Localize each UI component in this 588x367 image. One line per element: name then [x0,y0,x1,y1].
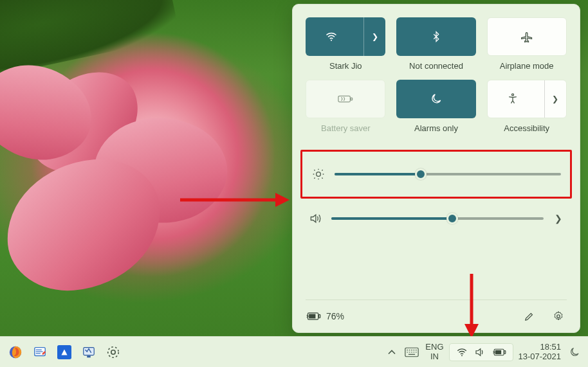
brightness-slider[interactable] [335,168,561,181]
moon-icon [430,93,443,105]
panel-footer: 76% [306,300,567,325]
svg-point-15 [108,346,119,357]
airplane-mode-tile[interactable] [487,17,567,56]
taskbar-app-firefox[interactable] [5,342,26,363]
edit-quick-settings-button[interactable] [520,308,537,325]
taskbar-app-settings[interactable] [103,342,124,363]
svg-point-17 [461,355,463,356]
taskbar-app-notes[interactable] [30,342,50,363]
quick-settings-tiles: ❯ Stark Jio Not connected Airplane mode [306,17,567,133]
battery-icon [492,348,506,357]
volume-icon [308,212,322,225]
tray-overflow-button[interactable] [385,342,398,363]
accessibility-tile[interactable]: ❯ [487,80,567,118]
bluetooth-tile[interactable] [396,17,476,56]
wifi-icon [325,30,338,43]
open-settings-button[interactable] [550,308,567,325]
svg-point-14 [111,350,115,354]
chevron-right-icon: ❯ [552,94,558,103]
svg-point-0 [331,40,332,41]
volume-output-button[interactable]: ❯ [553,213,564,224]
clock-date: 13-07-2021 [519,352,562,362]
bluetooth-tile-label: Not connected [409,61,463,71]
svg-rect-19 [504,350,505,354]
svg-rect-6 [319,314,320,318]
svg-rect-13 [87,355,91,357]
annotation-arrow-vertical [468,274,475,338]
tray-clock-button[interactable]: 18:51 13-07-2021 [519,343,562,362]
brightness-highlight-box [300,150,572,199]
battery-saver-tile-label: Battery saver [321,123,371,133]
wallpaper-petal [1,154,167,296]
wifi-tile[interactable]: ❯ [306,17,385,56]
taskbar-app-blue[interactable] [54,342,75,363]
wifi-tile-label: Stark Jio [329,61,362,71]
brightness-icon [311,168,326,181]
svg-rect-2 [351,98,353,100]
system-tray: ENG IN 18:51 13-07-2021 [385,342,583,363]
focus-assist-tile[interactable] [396,80,476,118]
tray-language-button[interactable]: ENG IN [425,343,443,362]
battery-saver-tile [306,80,385,118]
chevron-right-icon: ❯ [372,32,378,41]
volume-slider[interactable] [331,212,544,225]
language-line2: IN [425,352,443,362]
language-line1: ENG [425,343,443,352]
tray-focus-assist-icon[interactable] [566,346,583,358]
airplane-tile-label: Airplane mode [500,61,554,71]
svg-point-3 [511,94,513,96]
quick-settings-panel: ❯ Stark Jio Not connected Airplane mode [292,4,580,333]
tray-ime-button[interactable] [403,342,420,363]
pencil-icon [524,311,535,322]
wifi-icon [456,346,468,358]
battery-charging-icon [306,311,321,321]
sliders-section: ❯ [306,148,567,232]
gear-icon [553,310,564,322]
volume-icon [474,346,486,358]
accessibility-tile-label: Accessibility [504,123,549,133]
battery-status[interactable]: 76% [306,311,344,321]
tray-quick-settings-button[interactable] [449,343,513,361]
svg-point-8 [557,315,560,318]
annotation-arrow-horizontal [180,197,289,203]
wifi-expand-button[interactable]: ❯ [363,17,385,56]
bluetooth-icon [430,30,442,44]
svg-rect-20 [495,350,501,354]
svg-point-4 [317,172,321,177]
clock-time: 18:51 [519,343,562,352]
taskbar-app-monitor[interactable] [78,342,99,363]
airplane-icon [520,30,533,43]
accessibility-icon [506,93,519,105]
svg-rect-7 [309,314,315,319]
focus-assist-tile-label: Alarms only [414,123,458,133]
taskbar: ENG IN 18:51 13-07-2021 [0,336,588,367]
battery-percent-label: 76% [326,311,344,321]
accessibility-expand-button[interactable]: ❯ [544,80,566,118]
battery-saver-icon [338,93,353,105]
